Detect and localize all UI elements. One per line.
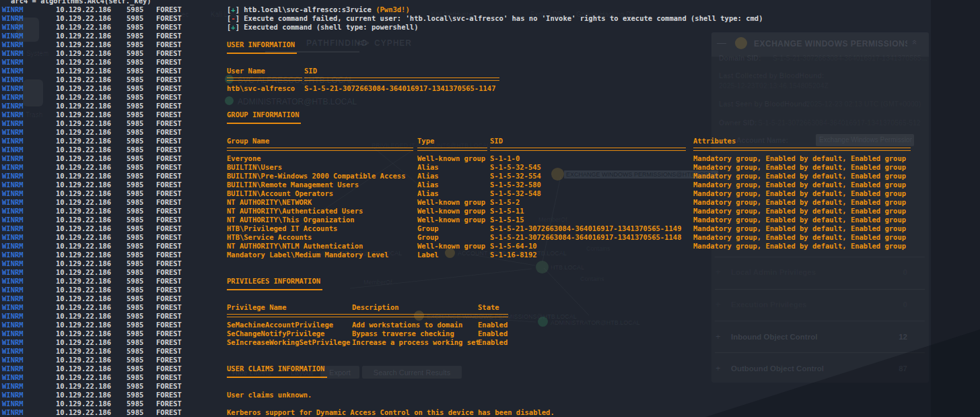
group-table-cell: Well-known group bbox=[417, 154, 485, 162]
gutter-protocol: WINRM bbox=[2, 14, 24, 22]
group-table-cell: S-1-5-21-3072663084-364016917-1341370565… bbox=[490, 224, 681, 232]
gutter-host: FOREST bbox=[156, 102, 182, 110]
gutter-host: FOREST bbox=[156, 277, 182, 285]
gutter-protocol: WINRM bbox=[2, 216, 24, 224]
gutter-port: 5985 bbox=[127, 251, 143, 259]
gutter-protocol: WINRM bbox=[2, 356, 24, 364]
privilege-table-cell: Enabled bbox=[478, 321, 508, 329]
gutter-ip: 10.129.22.186 bbox=[56, 233, 111, 241]
gutter-port: 5985 bbox=[127, 268, 143, 276]
gutter-protocol: WINRM bbox=[2, 391, 24, 399]
gutter-protocol: WINRM bbox=[2, 408, 24, 416]
header-separator bbox=[227, 148, 413, 151]
group-table-cell: Mandatory group, Enabled by default, Ena… bbox=[693, 154, 906, 162]
gutter-host: FOREST bbox=[156, 67, 182, 75]
gutter-protocol: WINRM bbox=[2, 303, 24, 311]
gutter-host: FOREST bbox=[156, 338, 182, 346]
status-text: htb.local\svc-alfresco:s3rvice bbox=[244, 5, 376, 13]
section-underline bbox=[227, 123, 301, 124]
gutter-host: FOREST bbox=[156, 58, 182, 66]
gutter-protocol: WINRM bbox=[2, 259, 24, 267]
gutter-port: 5985 bbox=[127, 40, 143, 49]
terminal-window[interactable]: WINRM10.129.22.1865985FORESTWINRM10.129.… bbox=[0, 0, 980, 417]
gutter-protocol: WINRM bbox=[2, 84, 24, 92]
gutter-host: FOREST bbox=[156, 382, 182, 390]
gutter-host: FOREST bbox=[156, 154, 182, 162]
group-table-cell: S-1-5-32-580 bbox=[490, 181, 541, 189]
gutter-port: 5985 bbox=[127, 382, 143, 390]
group-table-cell: NT AUTHORITY\Authenticated Users bbox=[227, 207, 363, 215]
header-separator bbox=[693, 148, 911, 151]
gutter-protocol: WINRM bbox=[2, 23, 24, 31]
group-table-cell: S-1-5-32-545 bbox=[490, 163, 541, 171]
gutter-host: FOREST bbox=[156, 216, 182, 224]
gutter-ip: 10.129.22.186 bbox=[56, 373, 111, 381]
gutter-ip: 10.129.22.186 bbox=[56, 23, 111, 31]
privilege-table-header: Privilege Name bbox=[227, 303, 287, 311]
gutter-ip: 10.129.22.186 bbox=[56, 40, 111, 49]
group-table-cell: S-1-5-32-554 bbox=[490, 172, 541, 180]
header-separator bbox=[227, 314, 353, 317]
gutter-protocol: WINRM bbox=[2, 382, 24, 390]
gutter-ip: 10.129.22.186 bbox=[56, 49, 111, 57]
gutter-protocol: WINRM bbox=[2, 128, 24, 136]
gutter-host: FOREST bbox=[156, 23, 182, 31]
group-table-cell: Mandatory group, Enabled by default, Ena… bbox=[693, 233, 906, 241]
group-table-cell: Well-known group bbox=[417, 242, 485, 250]
gutter-ip: 10.129.22.186 bbox=[56, 198, 111, 206]
gutter-host: FOREST bbox=[156, 303, 182, 311]
gutter-ip: 10.129.22.186 bbox=[56, 119, 111, 127]
group-table-cell: S-1-5-21-3072663084-364016917-1341370565… bbox=[490, 233, 681, 241]
gutter-ip: 10.129.22.186 bbox=[56, 14, 111, 22]
gutter-port: 5985 bbox=[127, 399, 143, 408]
gutter-protocol: WINRM bbox=[2, 67, 24, 75]
group-table-cell: Mandatory group, Enabled by default, Ena… bbox=[693, 242, 906, 250]
gutter-host: FOREST bbox=[156, 286, 182, 294]
gutter-port: 5985 bbox=[127, 119, 143, 127]
group-table-cell: S-1-5-11 bbox=[490, 207, 524, 215]
gutter-ip: 10.129.22.186 bbox=[56, 268, 111, 276]
gutter-protocol: WINRM bbox=[2, 93, 24, 101]
gutter-ip: 10.129.22.186 bbox=[56, 75, 111, 84]
group-table-cell: BUILTIN\Pre-Windows 2000 Compatible Acce… bbox=[227, 172, 406, 180]
gutter-ip: 10.129.22.186 bbox=[56, 399, 111, 408]
group-table-header: Attributes bbox=[693, 137, 736, 145]
group-table-cell: Alias bbox=[417, 163, 439, 171]
gutter-ip: 10.129.22.186 bbox=[56, 347, 111, 355]
gutter-protocol: WINRM bbox=[2, 224, 24, 232]
group-table-cell: Mandatory group, Enabled by default, Ena… bbox=[693, 163, 906, 171]
privilege-table-cell: Increase a process working set bbox=[352, 338, 480, 346]
group-table-cell: Mandatory group, Enabled by default, Ena… bbox=[693, 216, 906, 224]
gutter-host: FOREST bbox=[156, 14, 182, 22]
user-table-cell: htb\svc-alfresco bbox=[227, 84, 295, 92]
group-table-cell: Mandatory group, Enabled by default, Ena… bbox=[693, 189, 906, 197]
gutter-ip: 10.129.22.186 bbox=[56, 382, 111, 390]
gutter-port: 5985 bbox=[127, 84, 143, 92]
gutter-port: 5985 bbox=[127, 32, 143, 40]
gutter-host: FOREST bbox=[156, 373, 182, 381]
gutter-port: 5985 bbox=[127, 347, 143, 355]
gutter-host: FOREST bbox=[156, 356, 182, 364]
gutter-host: FOREST bbox=[156, 242, 182, 250]
section-title: USER CLAIMS INFORMATION bbox=[227, 364, 324, 373]
gutter-ip: 10.129.22.186 bbox=[56, 251, 111, 259]
gutter-protocol: WINRM bbox=[2, 40, 24, 49]
group-table-cell: Mandatory group, Enabled by default, Ena… bbox=[693, 207, 906, 215]
gutter-port: 5985 bbox=[127, 5, 143, 13]
group-table-cell: HTB\Privileged IT Accounts bbox=[227, 224, 337, 232]
gutter-host: FOREST bbox=[156, 408, 182, 416]
gutter-ip: 10.129.22.186 bbox=[56, 242, 111, 250]
gutter-host: FOREST bbox=[156, 181, 182, 189]
gutter-port: 5985 bbox=[127, 146, 143, 154]
gutter-ip: 10.129.22.186 bbox=[56, 312, 111, 320]
gutter-host: FOREST bbox=[156, 32, 182, 40]
gutter-protocol: WINRM bbox=[2, 154, 24, 162]
gutter-port: 5985 bbox=[127, 364, 143, 373]
gutter-protocol: WINRM bbox=[2, 286, 24, 294]
privilege-table-cell: SeMachineAccountPrivilege bbox=[227, 321, 333, 329]
gutter-ip: 10.129.22.186 bbox=[56, 294, 111, 302]
gutter-protocol: WINRM bbox=[2, 5, 24, 13]
group-table-cell: S-1-5-15 bbox=[490, 216, 524, 224]
section-underline bbox=[227, 377, 327, 378]
gutter-ip: 10.129.22.186 bbox=[56, 277, 111, 285]
